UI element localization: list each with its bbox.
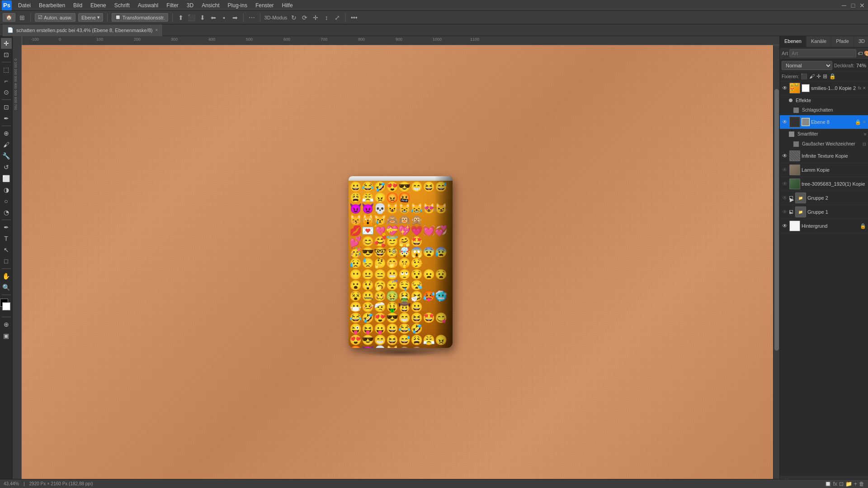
layer-close-smilies-copy2[interactable]: ✕ [863, 86, 866, 90]
layer-visibility-hintergrund[interactable]: 👁 [782, 223, 788, 229]
status-icon-2[interactable]: fx [833, 481, 837, 487]
layer-item-tree[interactable]: 👁 tree-3095683_1920(1) Kopie [780, 177, 868, 191]
extras-icon[interactable]: ••• [350, 14, 358, 22]
layer-item-ebene8[interactable]: 👁 Ebene 8 🔒 ✕ [780, 115, 868, 129]
clone-tool[interactable]: 🔧 [1, 150, 12, 161]
layer-visibility-ebene8[interactable]: 👁 [782, 119, 788, 125]
brush-tool[interactable]: 🖌 [1, 139, 12, 150]
layer-item-lamm[interactable]: 👁 Lamm Kopie [780, 163, 868, 177]
layer-visibility-lamm[interactable]: 👁 [782, 167, 788, 173]
tab-ebenen[interactable]: Ebenen [780, 36, 807, 47]
move-tool[interactable]: ✛ [1, 38, 12, 49]
vertical-scrollbar[interactable] [773, 45, 779, 482]
doc-close-button[interactable]: × [155, 28, 158, 33]
status-icon-3[interactable]: ⊡ [839, 481, 844, 487]
layer-gauss-weich[interactable]: Gaußscher Weichzeichner ⊡ [780, 139, 868, 149]
quick-select-tool[interactable]: ⊙ [1, 87, 12, 98]
3d-rotate-icon[interactable]: ↻ [290, 14, 298, 22]
status-icon-1[interactable]: 🔲 [825, 481, 831, 487]
lock-position-icon[interactable]: ✛ [816, 73, 821, 80]
status-icon-5[interactable]: + [854, 481, 857, 487]
screen-mode-icon[interactable]: ▣ [1, 330, 12, 341]
type-tool[interactable]: T [1, 233, 12, 244]
distribute-icon[interactable]: ⋯ [248, 14, 256, 22]
window-minimize-icon[interactable]: ─ [840, 1, 848, 9]
tab-pfade[interactable]: Pfade [831, 36, 854, 47]
vertical-scroll-thumb[interactable] [774, 89, 779, 351]
quick-mask-icon[interactable]: ⊕ [1, 319, 12, 330]
align-vcenter-icon[interactable]: ⬛ [188, 14, 196, 22]
menu-ebene[interactable]: Ebene [87, 1, 110, 9]
menu-bild[interactable]: Bild [70, 1, 86, 9]
window-restore-icon[interactable]: □ [849, 1, 857, 9]
hand-tool[interactable]: ✋ [1, 271, 12, 282]
layer-fx-smilies-copy2[interactable]: fx [858, 86, 861, 90]
auto-select-toggle[interactable]: ☑ Auton. ausw. [35, 13, 75, 22]
menu-fenster[interactable]: Fenster [252, 1, 278, 9]
layer-visibility-smilies-copy2[interactable]: 👁 [782, 85, 788, 91]
lock-artboard-icon[interactable]: ⊞ [823, 73, 827, 80]
layer-item-hintergrund[interactable]: 👁 Hintergrund 🔒 [780, 219, 868, 233]
lock-pixels-icon[interactable]: 🖌 [809, 73, 815, 80]
3d-scale-icon[interactable]: ⤢ [333, 14, 341, 22]
layer-filter-color-icon[interactable]: 🎨 [864, 50, 868, 57]
layer-filter-kind-icon[interactable]: 🏷 [858, 50, 863, 57]
lock-all-icon[interactable]: 🔒 [829, 73, 836, 80]
smartfilter-close[interactable]: ≡ [864, 132, 866, 136]
move-tool-options[interactable]: ⊞ [18, 14, 26, 22]
3d-pan-icon[interactable]: ✛ [311, 14, 320, 22]
layer-visibility-infinite[interactable]: 👁 [782, 153, 788, 159]
transform-label-btn[interactable]: 🔲 Transformationsstr. [112, 13, 168, 22]
layer-search-input[interactable] [789, 49, 856, 57]
layer-visibility-gruppe2[interactable]: 👁 [782, 195, 788, 201]
align-left-icon[interactable]: ⬅ [209, 14, 217, 22]
layer-item-smilies-copy2[interactable]: 👁 😀😂😍 smilies-1...0 Kopie 2 fx ✕ [780, 81, 868, 95]
auto-select-checkbox[interactable]: ☑ [38, 14, 42, 20]
tab-kanaele[interactable]: Kanäle [807, 36, 831, 47]
crop-tool[interactable]: ⊡ [1, 102, 12, 113]
background-color[interactable] [2, 302, 10, 310]
pen-tool[interactable]: ✒ [1, 222, 12, 233]
blend-mode-select[interactable]: Normal Aufhellen Abdunkeln Multipliziere… [782, 61, 832, 70]
spot-heal-tool[interactable]: ⊕ [1, 128, 12, 139]
gradient-tool[interactable]: ◑ [1, 184, 12, 195]
align-right-icon[interactable]: ➡ [231, 14, 239, 22]
menu-datei[interactable]: Datei [14, 1, 34, 9]
marquee-tool[interactable]: ⬚ [1, 64, 12, 75]
align-hcenter-icon[interactable]: ▪ [220, 14, 228, 22]
layer-close-ebene8[interactable]: ✕ [863, 120, 866, 124]
eyedropper-tool[interactable]: ✒ [1, 113, 12, 124]
status-icon-6[interactable]: 🗑 [859, 481, 864, 487]
home-button[interactable]: 🏠 [3, 13, 15, 22]
layer-item-gruppe1[interactable]: 👁 ▶ 📁 Gruppe 1 [780, 205, 868, 219]
gauss-mask-icon[interactable]: ⊡ [863, 142, 866, 146]
mug-object[interactable]: 😀😂🤣😍😎😁😆😅😩😤😠😡🤬 😈👿💀😺😸😹😻😼😽🙀😿🙈🙉🙊 💋💌💘💝💖💗💓💞💕😊🥰… [349, 176, 453, 348]
layer-visibility-tree[interactable]: 👁 [782, 181, 788, 187]
menu-hilfe[interactable]: Hilfe [278, 1, 297, 9]
gruppe2-arrow[interactable]: ▶ [789, 196, 793, 200]
layer-schlagschatten[interactable]: Schlagschatten [780, 105, 868, 115]
blur-tool[interactable]: ○ [1, 196, 12, 206]
gruppe1-arrow[interactable]: ▶ [789, 210, 793, 214]
3d-roll-icon[interactable]: ⟳ [301, 14, 309, 22]
history-brush-tool[interactable]: ↺ [1, 162, 12, 173]
layer-visibility-gruppe1[interactable]: 👁 [782, 209, 788, 215]
window-close-icon[interactable]: ✕ [858, 1, 866, 9]
eraser-tool[interactable]: ⬜ [1, 173, 12, 184]
layer-item-infinite-texture[interactable]: 👁 Infinite Texture Kopie [780, 149, 868, 163]
menu-bearbeiten[interactable]: Bearbeiten [35, 1, 69, 9]
dodge-tool[interactable]: ◔ [1, 207, 12, 218]
menu-3d[interactable]: 3D [183, 1, 197, 9]
menu-filter[interactable]: Filter [163, 1, 182, 9]
document-tab[interactable]: 📄 schatten erstellen.psdc bei 43,4% (Ebe… [3, 24, 163, 36]
opacity-value[interactable]: 74% [856, 63, 866, 68]
path-select-tool[interactable]: ↖ [1, 244, 12, 255]
menu-schrift[interactable]: Schrift [111, 1, 133, 9]
canvas-area[interactable]: -100 0 100 200 300 400 500 600 700 800 9… [13, 36, 779, 488]
menu-plugins[interactable]: Plug-ins [224, 1, 251, 9]
align-top-icon[interactable]: ⬆ [177, 14, 185, 22]
zoom-tool[interactable]: 🔍 [1, 282, 12, 293]
tab-3d[interactable]: 3D [854, 36, 868, 47]
artboard-tool[interactable]: ⊡ [1, 49, 12, 60]
layer-item-gruppe2[interactable]: 👁 ▶ 📁 Gruppe 2 [780, 191, 868, 205]
